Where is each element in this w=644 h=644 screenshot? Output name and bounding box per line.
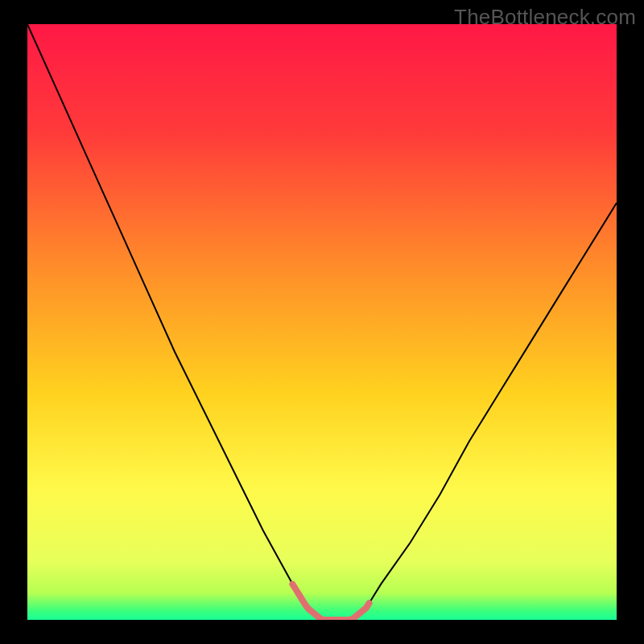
chart-frame: TheBottleneck.com: [0, 0, 644, 644]
chart-svg: [27, 24, 617, 620]
heat-background: [27, 24, 617, 620]
plot-area: [27, 24, 617, 620]
watermark-text: TheBottleneck.com: [454, 5, 636, 30]
